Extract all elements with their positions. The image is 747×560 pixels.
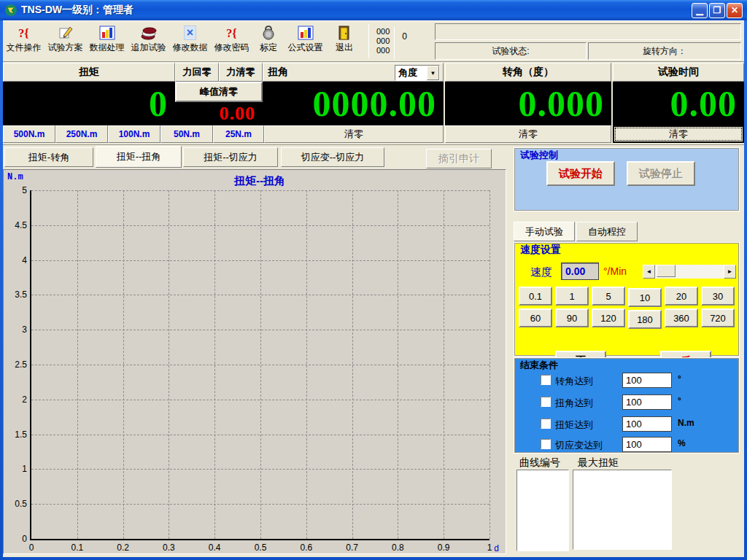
twist-reached-checkbox[interactable]: [541, 397, 551, 407]
books-icon: [140, 23, 158, 40]
time-header: 试验时间: [613, 63, 744, 82]
x-axis-tick-label: 0.5: [255, 542, 267, 553]
tab-torque-twist[interactable]: 扭矩--扭角: [96, 146, 182, 168]
chevron-down-icon[interactable]: ▼: [427, 66, 439, 80]
rotation-limit-input[interactable]: 100: [622, 373, 672, 388]
shear-strain-reached-checkbox[interactable]: [541, 439, 551, 449]
maximize-button[interactable]: ❐: [709, 3, 725, 18]
toolbar-calibration[interactable]: 标定: [252, 23, 285, 61]
test-stop-button: 试验停止: [627, 161, 695, 186]
status-message-field: [435, 23, 741, 40]
twist-led-display: 0000.00: [263, 82, 444, 125]
bar-chart-icon: [99, 23, 115, 40]
toolbar-modify-data[interactable]: × 修改数据: [169, 23, 211, 61]
rotation-clear-button[interactable]: 清零: [445, 125, 611, 143]
bar-chart-icon: [298, 23, 314, 40]
angle-unit-select[interactable]: 角度 ▼: [395, 65, 440, 81]
speed-preset-1[interactable]: 1: [555, 287, 589, 306]
tab-torque-rotation[interactable]: 扭矩-转角: [4, 147, 93, 167]
x-axis-tick-label: 0.8: [392, 542, 404, 553]
rotation-reached-checkbox[interactable]: [541, 375, 551, 385]
scrollbar-track[interactable]: [655, 265, 724, 279]
speed-preset-20[interactable]: 20: [665, 287, 698, 306]
speed-preset-720[interactable]: 720: [701, 308, 735, 327]
speed-preset-60[interactable]: 60: [519, 308, 552, 327]
speed-preset-30[interactable]: 30: [701, 287, 735, 306]
condition-row: 扭矩达到 100 N.m: [514, 416, 740, 432]
range-25-button[interactable]: 25N.m: [213, 125, 264, 143]
toolbar-change-password[interactable]: ?{ 修改密码: [211, 23, 252, 61]
y-axis-tick-label: 4.5: [15, 220, 27, 230]
speed-input[interactable]: 0.00: [561, 262, 599, 280]
toolbar-data-processing[interactable]: 数据处理: [86, 23, 128, 61]
rotation-direction-field: 旋转方向：: [588, 42, 741, 60]
tab-torque-shear-stress[interactable]: 扭矩--切应力: [183, 147, 278, 167]
gridline-vertical: [489, 190, 490, 539]
force-back-zero-button[interactable]: 力回零: [175, 63, 219, 82]
chart-panel: N.m 扭矩--扭角 00.511.522.533.544.5500.10.20…: [3, 169, 506, 554]
range-100-button[interactable]: 100N.m: [108, 125, 160, 143]
time-clear-button[interactable]: 清零: [613, 125, 744, 143]
scrollbar-thumb[interactable]: [657, 265, 676, 277]
range-250-button[interactable]: 250N.m: [55, 125, 108, 143]
torque-header: 扭矩: [3, 63, 175, 82]
tab-auto-program[interactable]: 自动程控: [576, 222, 638, 241]
shear-strain-limit-input[interactable]: 100: [622, 437, 672, 452]
speed-label: 速度: [530, 265, 552, 279]
twist-limit-input[interactable]: 100: [622, 394, 672, 410]
counter-line: 000: [376, 46, 390, 55]
speed-preset-360[interactable]: 360: [665, 308, 698, 327]
twist-header: 扭角 角度 ▼: [263, 63, 444, 82]
peak-clear-button[interactable]: 峰值清零: [175, 82, 263, 102]
pen-icon: [58, 23, 74, 40]
help-braces-icon: ?{: [226, 23, 236, 40]
x-axis-tick-label: 0.4: [209, 542, 221, 553]
gridline-vertical: [306, 190, 307, 539]
speed-scrollbar[interactable]: ◄ ►: [643, 265, 736, 279]
chart-y-unit-label: N.m: [7, 172, 23, 182]
help-braces-icon: ?{: [18, 23, 28, 40]
toolbar-file-operations[interactable]: ?{ 文件操作: [3, 23, 44, 61]
speed-preset-0.1[interactable]: 0.1: [519, 287, 552, 306]
gridline-vertical: [214, 190, 215, 539]
speed-preset-90[interactable]: 90: [555, 308, 589, 327]
tab-shear-strain-stress[interactable]: 切应变--切应力: [281, 147, 384, 167]
range-50-button[interactable]: 50N.m: [160, 125, 213, 143]
x-axis-tick-label: 0.2: [117, 542, 129, 553]
speed-unit-label: °/Min: [603, 265, 627, 277]
close-button[interactable]: ✕: [727, 3, 743, 18]
torque-limit-input[interactable]: 100: [622, 416, 672, 432]
scroll-right-arrow-icon[interactable]: ►: [724, 265, 736, 279]
y-axis-tick-label: 3: [22, 324, 27, 335]
condition-row: 转角达到 100 °: [514, 373, 740, 389]
gridline-vertical: [77, 190, 78, 539]
toolbar-append-test[interactable]: 追加试验: [128, 23, 169, 61]
weight-icon: [261, 23, 276, 40]
toolbar-test-plan[interactable]: 试验方案: [44, 23, 86, 61]
y-axis-tick-label: 1.5: [15, 429, 27, 440]
curve-number-list[interactable]: [516, 470, 569, 551]
app-logo-icon: [4, 4, 18, 17]
toolbar-formula-settings[interactable]: 公式设置: [285, 23, 326, 61]
speed-preset-180[interactable]: 180: [628, 310, 662, 329]
toolbar-exit[interactable]: 退出: [326, 23, 363, 61]
max-torque-list[interactable]: [573, 470, 672, 550]
speed-preset-5[interactable]: 5: [592, 287, 625, 306]
speed-preset-120[interactable]: 120: [592, 308, 625, 327]
max-torque-label: 最大扭矩: [578, 456, 619, 470]
tab-manual-test[interactable]: 手动试验: [514, 222, 575, 241]
group-label: 结束条件: [520, 359, 558, 372]
torque-led-display: 0: [3, 82, 175, 125]
toolbar-separator: [368, 24, 369, 58]
speed-preset-10[interactable]: 10: [628, 288, 662, 307]
twist-clear-button[interactable]: 清零: [264, 125, 444, 143]
test-start-button[interactable]: 试验开始: [546, 161, 615, 186]
range-500-button[interactable]: 500N.m: [3, 125, 55, 143]
y-axis-tick-label: 0: [22, 534, 27, 544]
gridline-vertical: [398, 190, 398, 539]
y-axis-tick-label: 5: [22, 185, 27, 195]
torque-reached-checkbox[interactable]: [541, 419, 551, 429]
force-clear-button[interactable]: 力清零: [219, 63, 263, 82]
minimize-button[interactable]: ▁: [692, 3, 708, 18]
scroll-left-arrow-icon[interactable]: ◄: [643, 265, 655, 279]
